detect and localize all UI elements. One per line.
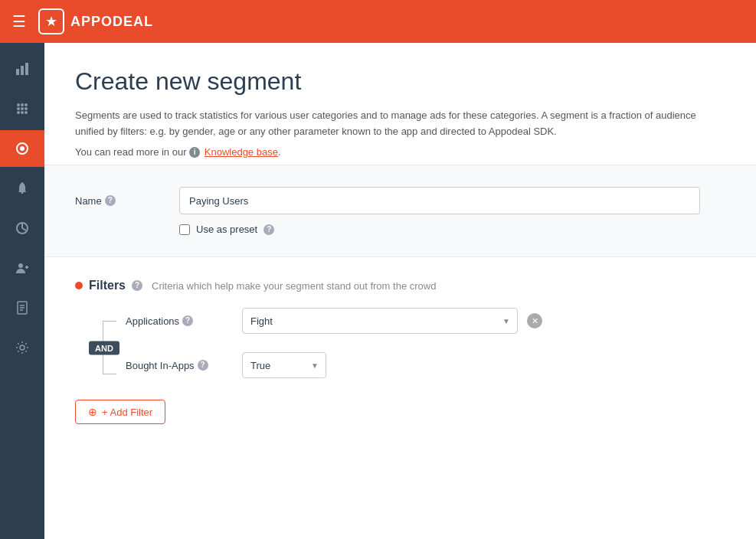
description-2: You can read more in our i Knowledge bas… [75,145,703,161]
sidebar-item-documents[interactable] [0,289,44,326]
svg-point-10 [21,111,24,114]
svg-point-4 [21,103,24,106]
filters-section: Filters ? Criteria which help make your … [75,257,725,424]
sidebar-item-notifications[interactable] [0,170,44,207]
filters-title: Filters [89,279,126,292]
applications-select[interactable]: Fight All Applications [242,308,518,334]
sidebar-item-apps[interactable] [0,90,44,127]
preset-row: Use as preset ? [179,224,725,235]
svg-point-13 [20,146,25,151]
main-content: Create new segment Segments are used to … [44,43,756,539]
analytics-icon [15,61,30,77]
layout: Create new segment Segments are used to … [0,43,756,539]
svg-point-11 [25,111,28,114]
menu-icon[interactable]: ☰ [12,12,26,31]
filters-bullet [75,282,83,289]
description-text: You can read more in our [75,146,187,158]
bought-label: Bought In-Apps ? [126,360,233,371]
svg-point-3 [17,103,20,106]
bracket-connector: AND [87,308,126,387]
filter-rows: Applications ? Fight All Applications ✕ [126,308,542,387]
bought-help-icon[interactable]: ? [198,360,208,371]
bought-select-container: True False [242,352,326,378]
settings-icon [15,340,30,355]
name-help-icon[interactable]: ? [105,195,116,206]
svg-point-5 [25,103,28,106]
svg-rect-1 [21,66,24,75]
svg-point-6 [17,107,20,110]
logo-star-icon: ★ [45,13,57,30]
name-input[interactable] [179,187,700,214]
add-filter-label: + Add Filter [102,407,152,418]
and-badge: AND [89,341,119,355]
sidebar-item-segments[interactable] [0,130,44,167]
sidebar-item-users[interactable] [0,250,44,286]
sidebar-item-settings[interactable] [0,329,44,366]
svg-rect-0 [16,69,19,75]
svg-point-7 [21,107,24,110]
segments-icon [15,141,30,156]
form-section: Name ? Use as preset ? [44,165,756,257]
preset-label: Use as preset [196,224,257,235]
description-end: . [278,146,281,158]
svg-point-21 [20,345,25,350]
svg-point-8 [25,107,28,110]
documents-icon [15,300,30,315]
logo-text: APPODEAL [70,14,153,30]
info-icon: i [189,147,200,158]
bought-select[interactable]: True False [242,352,326,378]
sidebar [0,43,44,539]
svg-point-16 [18,263,23,268]
bought-filter-row: Bought In-Apps ? True False [126,352,542,378]
filter-group: AND Applications ? Fight [87,308,725,387]
add-filter-icon: ⊕ [88,406,97,418]
notifications-icon [15,181,30,196]
svg-rect-2 [25,63,28,75]
add-filter-button[interactable]: ⊕ + Add Filter [75,400,165,424]
svg-point-9 [17,111,20,114]
sidebar-item-reports[interactable] [0,210,44,247]
filters-desc: Criteria which help make your segment st… [152,280,436,292]
topbar: ☰ ★ APPODEAL [0,0,756,43]
preset-help-icon[interactable]: ? [263,224,274,235]
description-1: Segments are used to track statistics fo… [75,108,703,140]
sidebar-item-analytics[interactable] [0,51,44,87]
applications-select-container: Fight All Applications [242,308,518,334]
applications-filter-row: Applications ? Fight All Applications ✕ [126,308,542,334]
svg-rect-14 [21,192,24,194]
users-icon [15,260,30,276]
filters-header: Filters ? Criteria which help make your … [75,279,725,292]
filters-help-icon[interactable]: ? [132,280,142,291]
logo-box: ★ [38,8,64,34]
reports-icon [15,220,30,236]
name-label: Name ? [75,195,167,207]
preset-checkbox[interactable] [179,224,190,235]
page-title: Create new segment [75,67,725,96]
applications-help-icon[interactable]: ? [182,315,193,326]
name-form-row: Name ? [75,187,725,214]
apps-icon [15,101,30,116]
applications-clear-button[interactable]: ✕ [527,313,542,328]
knowledge-base-link[interactable]: Knowledge base [205,146,278,158]
applications-label: Applications ? [126,315,233,327]
logo: ★ APPODEAL [38,8,153,34]
